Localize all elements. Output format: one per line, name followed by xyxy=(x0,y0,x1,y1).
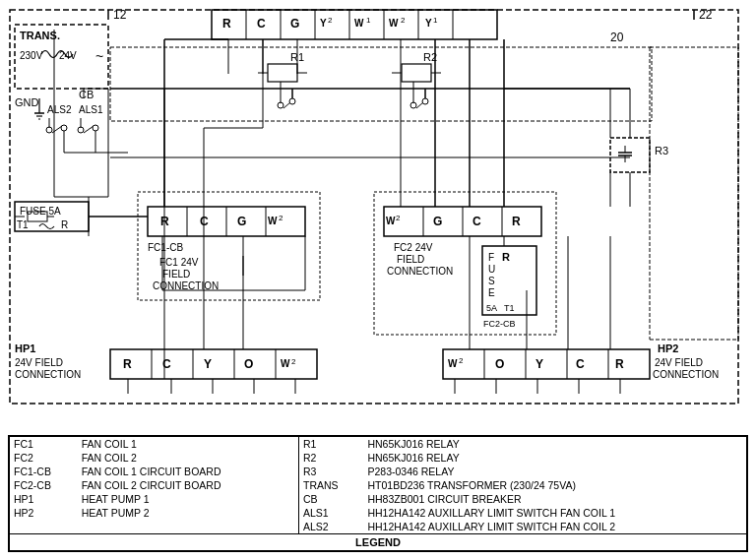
svg-text:CB: CB xyxy=(79,89,94,100)
svg-text:HP2: HP2 xyxy=(658,342,678,354)
svg-text:FC1-CB: FC1-CB xyxy=(148,242,183,253)
diagram-container: 12 22 20 TRANS. 230V 24V ~ GND CB xyxy=(0,0,756,560)
svg-text:FC2 24V: FC2 24V xyxy=(394,242,433,253)
legend-code-fc1cb: FC1-CB xyxy=(10,465,78,478)
svg-text:12: 12 xyxy=(113,8,127,22)
legend-desc-fc2: FAN COIL 2 xyxy=(78,451,299,465)
legend-title: LEGEND xyxy=(10,533,746,550)
svg-text:Y: Y xyxy=(320,18,327,29)
svg-text:W: W xyxy=(386,216,396,226)
svg-text:G: G xyxy=(290,17,299,31)
svg-text:O: O xyxy=(495,357,504,371)
svg-text:2: 2 xyxy=(396,214,401,222)
svg-text:W: W xyxy=(389,18,399,29)
svg-text:T1: T1 xyxy=(504,303,515,313)
svg-text:1: 1 xyxy=(366,16,371,25)
legend-code-als2: ALS2 xyxy=(299,520,364,533)
svg-text:O: O xyxy=(244,357,253,371)
svg-text:W: W xyxy=(354,18,364,29)
svg-text:W: W xyxy=(281,358,290,369)
svg-text:R: R xyxy=(123,357,132,371)
svg-text:W: W xyxy=(448,358,458,369)
svg-text:R: R xyxy=(502,251,510,263)
svg-text:W: W xyxy=(268,216,278,226)
svg-text:230V: 230V xyxy=(20,50,43,61)
svg-text:24V FIELD: 24V FIELD xyxy=(15,357,63,368)
legend-code-hp1: HP1 xyxy=(10,492,78,506)
svg-text:24V FIELD: 24V FIELD xyxy=(655,357,703,368)
svg-text:G: G xyxy=(237,215,246,228)
legend-code-r2: R2 xyxy=(299,451,364,465)
svg-text:C: C xyxy=(162,357,171,371)
svg-text:E: E xyxy=(488,287,495,298)
svg-text:FC1 24V: FC1 24V xyxy=(159,257,199,268)
svg-text:2: 2 xyxy=(328,16,333,25)
legend-desc-als2: HH12HA142 AUXILLARY LIMIT SWITCH FAN COI… xyxy=(363,520,746,533)
svg-text:C: C xyxy=(472,215,481,228)
svg-text:ALS1: ALS1 xyxy=(79,104,103,115)
legend-code-r3: R3 xyxy=(299,465,364,478)
legend-code-hp2: HP2 xyxy=(10,506,78,520)
legend-desc-r1: HN65KJ016 RELAY xyxy=(363,437,746,451)
legend-desc-r2: HN65KJ016 RELAY xyxy=(363,451,746,465)
svg-text:20: 20 xyxy=(610,31,624,44)
legend-desc-hp1: HEAT PUMP 1 xyxy=(78,492,299,506)
legend-code-trans: TRANS xyxy=(299,478,364,492)
legend-table: FC1 FAN COIL 1 R1 HN65KJ016 RELAY FC2 FA… xyxy=(8,435,748,552)
svg-text:Y: Y xyxy=(536,357,543,371)
legend-desc-fc1cb: FAN COIL 1 CIRCUIT BOARD xyxy=(78,465,299,478)
svg-text:5A: 5A xyxy=(486,303,497,313)
svg-text:CONNECTION: CONNECTION xyxy=(653,369,719,380)
legend-desc-als1: HH12HA142 AUXILLARY LIMIT SWITCH FAN COI… xyxy=(363,506,746,520)
svg-text:2: 2 xyxy=(291,357,296,366)
svg-text:Y: Y xyxy=(204,357,212,371)
svg-text:22: 22 xyxy=(699,8,713,22)
svg-text:~: ~ xyxy=(95,48,103,64)
legend-desc-cb: HH83ZB001 CIRCUIT BREAKER xyxy=(363,492,746,506)
svg-text:Y: Y xyxy=(425,18,432,29)
svg-text:HP1: HP1 xyxy=(15,342,35,354)
svg-text:2: 2 xyxy=(401,16,406,25)
svg-text:GND: GND xyxy=(15,96,39,108)
legend-desc-hp2: HEAT PUMP 2 xyxy=(78,506,299,520)
svg-text:2: 2 xyxy=(279,214,284,222)
svg-text:R: R xyxy=(61,219,68,230)
svg-text:24V: 24V xyxy=(59,50,77,61)
legend-code-fc2: FC2 xyxy=(10,451,78,465)
svg-text:1: 1 xyxy=(433,16,438,25)
svg-text:C: C xyxy=(257,17,266,31)
svg-text:F: F xyxy=(488,252,494,263)
svg-text:R3: R3 xyxy=(655,145,668,156)
svg-text:R: R xyxy=(512,215,521,228)
svg-text:S: S xyxy=(488,276,495,286)
legend-code-r1: R1 xyxy=(299,437,364,451)
svg-text:T1: T1 xyxy=(17,219,29,230)
legend-code-fc1: FC1 xyxy=(10,437,78,451)
svg-text:CONNECTION: CONNECTION xyxy=(387,266,453,277)
svg-text:FIELD: FIELD xyxy=(397,254,424,265)
svg-text:CONNECTION: CONNECTION xyxy=(15,369,81,380)
svg-text:R: R xyxy=(222,17,231,31)
svg-text:U: U xyxy=(488,264,495,275)
svg-text:G: G xyxy=(433,215,442,228)
legend-code-cb: CB xyxy=(299,492,364,506)
legend-desc-r3: P283-0346 RELAY xyxy=(363,465,746,478)
svg-text:R: R xyxy=(615,357,624,371)
legend-desc-fc2cb: FAN COIL 2 CIRCUIT BOARD xyxy=(78,478,299,492)
svg-text:2: 2 xyxy=(459,356,464,365)
legend-code-als1: ALS1 xyxy=(299,506,364,520)
legend-desc-trans: HT01BD236 TRANSFORMER (230/24 75VA) xyxy=(363,478,746,492)
svg-text:FC2-CB: FC2-CB xyxy=(483,319,516,329)
svg-text:C: C xyxy=(576,357,585,371)
svg-text:ALS2: ALS2 xyxy=(47,104,72,115)
legend-code-fc2cb: FC2-CB xyxy=(10,478,78,492)
svg-text:FIELD: FIELD xyxy=(162,269,190,280)
legend-desc-fc1: FAN COIL 1 xyxy=(78,437,299,451)
